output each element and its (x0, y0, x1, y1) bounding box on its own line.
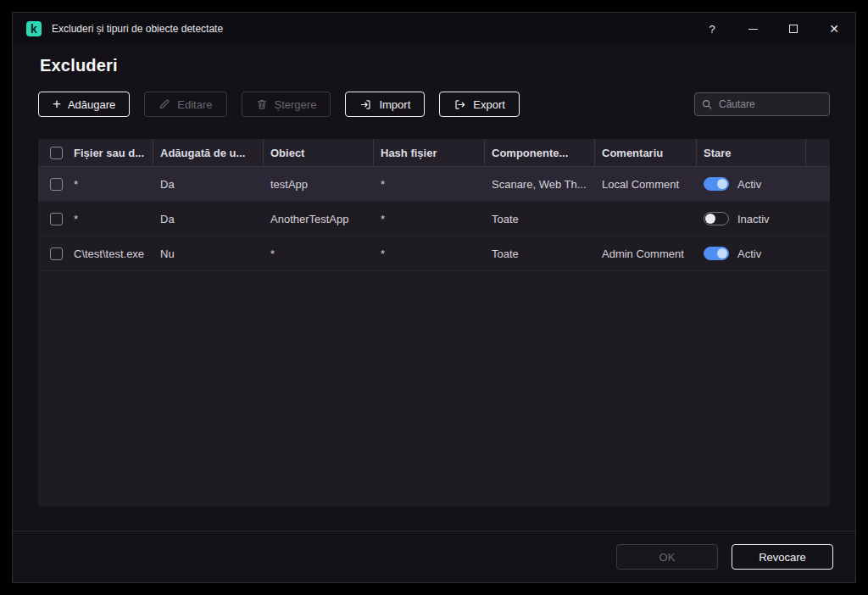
export-button-label: Export (473, 98, 505, 111)
header-added-by-user[interactable]: Adăugată de u... (153, 139, 264, 166)
import-button[interactable]: Import (345, 92, 425, 117)
cell-end-spacer (806, 167, 830, 201)
header-checkbox-cell (38, 139, 67, 166)
header-components[interactable]: Componente... (485, 139, 595, 166)
toggle-knob (717, 248, 727, 259)
minimize-icon (748, 29, 758, 30)
state-label: Activ (737, 178, 761, 191)
toggle-knob (717, 179, 727, 189)
page-title: Excluderi (40, 56, 855, 75)
add-button-label: Adăugare (68, 98, 115, 111)
search-box (694, 92, 830, 116)
close-button[interactable]: ✕ (826, 21, 842, 36)
header-file-hash[interactable]: Hash fișier (374, 139, 485, 166)
table-header-row: Fișier sau d... Adăugată de u... Obiect … (38, 139, 830, 167)
cell-file: * (67, 202, 153, 236)
search-icon (701, 98, 713, 110)
kaspersky-logo-icon: k (26, 21, 42, 36)
plus-icon: + (53, 98, 61, 110)
cell-added-by-user: Da (153, 167, 264, 201)
cell-comment (595, 202, 697, 236)
cell-added-by-user: Nu (153, 236, 264, 270)
add-button[interactable]: + Adăugare (38, 92, 130, 117)
cell-state: Inactiv (697, 202, 806, 236)
delete-button-label: Ștergere (275, 98, 317, 111)
cell-file: * (67, 167, 153, 201)
cell-comment: Admin Comment (595, 236, 697, 270)
cell-added-by-user: Da (153, 202, 264, 236)
state-toggle[interactable] (704, 177, 729, 191)
exclusions-table: Fișier sau d... Adăugată de u... Obiect … (38, 139, 830, 506)
cell-file: C\test\test.exe (67, 236, 153, 270)
header-object[interactable]: Obiect (264, 139, 374, 166)
cell-state: Activ (697, 236, 806, 270)
header-state[interactable]: Stare (697, 139, 806, 166)
cell-file-hash: * (374, 236, 485, 270)
cell-end-spacer (806, 202, 830, 236)
delete-button: Ștergere (242, 92, 331, 117)
import-icon (359, 98, 372, 111)
row-checkbox[interactable] (50, 178, 63, 191)
cell-comment: Local Comment (595, 167, 697, 201)
cell-state: Activ (697, 167, 806, 201)
minimize-button[interactable] (745, 21, 760, 36)
export-button[interactable]: Export (439, 92, 520, 117)
export-icon (453, 98, 466, 111)
maximize-icon (789, 25, 798, 33)
cell-file-hash: * (374, 202, 485, 236)
edit-button-label: Editare (177, 98, 212, 111)
table-empty-area (38, 271, 830, 506)
row-checkbox[interactable] (50, 213, 63, 225)
import-button-label: Import (379, 98, 410, 111)
state-label: Inactiv (737, 213, 770, 225)
state-label: Activ (737, 247, 761, 260)
select-all-checkbox[interactable] (50, 147, 63, 159)
edit-button: Editare (144, 92, 226, 117)
titlebar: k Excluderi și tipuri de obiecte detecta… (13, 13, 855, 45)
help-button[interactable]: ? (704, 21, 720, 36)
table-row[interactable]: * Da AnotherTestApp * Toate Inactiv (38, 202, 830, 236)
toolbar: + Adăugare Editare Ștergere Import (38, 92, 830, 117)
cell-object: AnotherTestApp (264, 202, 374, 236)
header-file[interactable]: Fișier sau d... (67, 139, 153, 166)
footer: OK Revocare (13, 531, 855, 582)
maximize-button[interactable] (786, 21, 801, 36)
state-toggle[interactable] (704, 212, 729, 225)
table-row[interactable]: * Da testApp * Scanare, Web Th... Local … (38, 167, 830, 202)
cell-components: Toate (485, 236, 595, 270)
state-toggle[interactable] (704, 247, 729, 260)
table-row[interactable]: C\test\test.exe Nu * * Toate Admin Comme… (38, 236, 830, 271)
ok-button: OK (616, 544, 718, 570)
exclusions-window: k Excluderi și tipuri de obiecte detecta… (12, 12, 856, 583)
header-end-spacer (806, 139, 830, 166)
cell-components: Scanare, Web Th... (485, 167, 595, 201)
row-checkbox[interactable] (50, 247, 63, 260)
cell-end-spacer (806, 236, 830, 270)
window-controls: ? ✕ (704, 21, 842, 36)
window-title: Excluderi și tipuri de obiecte detectate (52, 23, 223, 35)
cell-file-hash: * (374, 167, 485, 201)
cell-object: testApp (264, 167, 374, 201)
screen: k Excluderi și tipuri de obiecte detecta… (0, 0, 868, 595)
toggle-knob (705, 214, 715, 224)
cancel-button[interactable]: Revocare (732, 544, 833, 570)
header-comment[interactable]: Comentariu (595, 139, 697, 166)
pencil-icon (159, 98, 170, 110)
trash-icon (256, 98, 268, 110)
cell-object: * (264, 236, 374, 270)
cell-components: Toate (485, 202, 595, 236)
search-input[interactable] (694, 92, 830, 116)
